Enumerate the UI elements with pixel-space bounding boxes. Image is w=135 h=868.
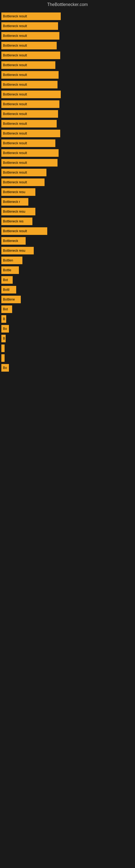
bar-row: Bottleneck result: [1, 129, 134, 138]
bar-row: Bo: [1, 324, 134, 333]
bottleneck-bar: Bottle: [1, 267, 19, 274]
bar-row: Bottl: [1, 285, 134, 294]
bottleneck-bar: Bottleneck result: [1, 227, 47, 235]
bottleneck-bar: Bo: [1, 364, 9, 372]
bottleneck-bar: Bottleneck result: [1, 140, 55, 147]
bar-row: Bottleneck result: [1, 100, 134, 108]
bar-row: Bot: [1, 276, 134, 284]
bottleneck-bar: Bottleneck resu: [1, 208, 35, 215]
bottleneck-bar: B: [1, 315, 6, 323]
bar-row: Bottleneck result: [1, 70, 134, 79]
bar-row: [1, 354, 134, 362]
bar-row: Bottleneck result: [1, 61, 134, 69]
bar-row: Bo: [1, 364, 134, 372]
bar-row: Bottleneck r: [1, 197, 134, 206]
bottleneck-bar: Bottleneck result: [1, 91, 61, 98]
bar-row: Bottleneck result: [1, 12, 134, 21]
bottleneck-bar: Bottleneck result: [1, 149, 58, 157]
bar-row: Bottleneck result: [1, 168, 134, 177]
bar-row: Bottleneck result: [1, 41, 134, 50]
bar-row: Bottleneck result: [1, 22, 134, 30]
bottleneck-bar: Bottleneck result: [1, 110, 58, 118]
bar-row: B: [1, 315, 134, 323]
site-title: TheBottlenecker.com: [0, 0, 135, 9]
bottleneck-bar: B: [1, 335, 6, 342]
bar-row: Bottleneck result: [1, 158, 134, 167]
bottleneck-bar: Bottleneck result: [1, 61, 55, 69]
bar-row: Bottleneck result: [1, 227, 134, 236]
bar-row: Bottleneck result: [1, 90, 134, 99]
bottleneck-bar: Bottleneck result: [1, 71, 58, 79]
bottleneck-bar: Bottleneck result: [1, 42, 57, 50]
bottleneck-bar: Bottleneck resu: [1, 247, 34, 254]
bar-row: Bottlene: [1, 295, 134, 304]
bar-row: Bottleneck result: [1, 139, 134, 148]
bottleneck-bar: Bot: [1, 276, 13, 284]
bottleneck-bar: Bottleneck result: [1, 120, 57, 127]
bar-row: Bottleneck result: [1, 149, 134, 157]
bars-container: Bottleneck resultBottleneck resultBottle…: [0, 9, 135, 376]
bar-row: Bottle: [1, 266, 134, 275]
bar-row: Bottleneck result: [1, 80, 134, 89]
bottleneck-bar: Bot: [1, 305, 12, 313]
bar-row: B: [1, 334, 134, 343]
bottleneck-bar: Bottleneck result: [1, 12, 61, 20]
bottleneck-bar: Bottleneck result: [1, 179, 45, 186]
bar-row: Bottleneck result: [1, 110, 134, 118]
bar-row: Bottlen: [1, 256, 134, 265]
bar-row: Bot: [1, 305, 134, 314]
bar-row: [1, 344, 134, 352]
bottleneck-bar: Bottleneck result: [1, 32, 59, 40]
bottleneck-bar: Bottleneck result: [1, 159, 57, 166]
bottleneck-bar: Bottleneck result: [1, 52, 60, 59]
bottleneck-bar: Bottleneck result: [1, 100, 59, 108]
bar-row: Bottleneck resu: [1, 207, 134, 216]
bar-row: Bottleneck result: [1, 31, 134, 40]
bottleneck-bar: Bottlen: [1, 257, 22, 264]
bottleneck-bar: Bottleneck result: [1, 169, 46, 176]
bottleneck-bar: Bottlene: [1, 296, 21, 303]
bottleneck-bar: Bottleneck resu: [1, 188, 35, 196]
bottleneck-bar: Bottleneck result: [1, 22, 58, 30]
bottleneck-bar: Bottleneck: [1, 237, 26, 245]
bar-row: Bottleneck resu: [1, 188, 134, 196]
bottleneck-bar: Bottleneck res: [1, 218, 32, 225]
bottleneck-bar: Bo: [1, 325, 9, 333]
bottleneck-bar: Bottleneck result: [1, 130, 60, 137]
bar-row: Bottleneck result: [1, 178, 134, 187]
bottleneck-bar: [1, 354, 5, 362]
bottleneck-bar: Bottl: [1, 286, 16, 293]
bottleneck-bar: [1, 344, 5, 352]
bar-row: Bottleneck: [1, 237, 134, 245]
bar-row: Bottleneck res: [1, 217, 134, 226]
bottleneck-bar: Bottleneck r: [1, 198, 28, 206]
bar-row: Bottleneck result: [1, 51, 134, 60]
bar-row: Bottleneck resu: [1, 246, 134, 255]
bottleneck-bar: Bottleneck result: [1, 81, 57, 88]
bar-row: Bottleneck result: [1, 119, 134, 128]
